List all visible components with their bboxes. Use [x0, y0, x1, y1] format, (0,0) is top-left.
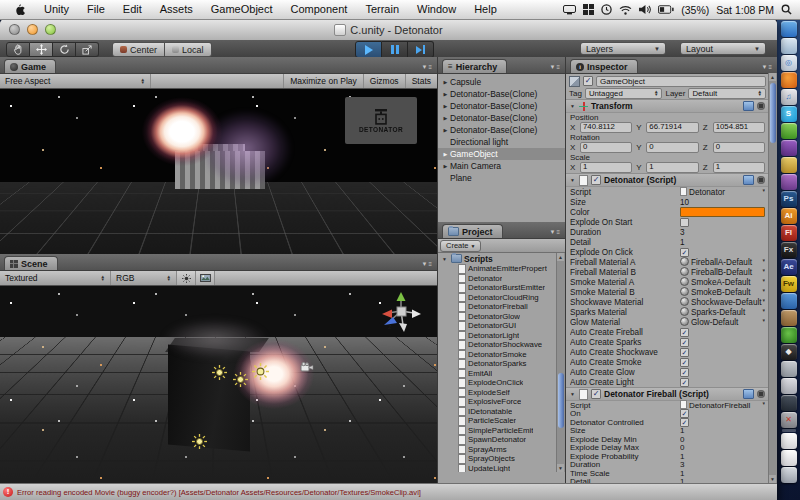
scroll-up-arrow[interactable]: ▲ [557, 253, 564, 261]
help-book-icon[interactable] [743, 101, 754, 111]
layout-dropdown[interactable]: Layout▼ [680, 42, 766, 55]
dock-icon[interactable] [781, 72, 797, 88]
menubar-clock[interactable]: Sat 1:08 PM [716, 4, 774, 16]
property-value[interactable] [680, 358, 765, 367]
component-enabled-checkbox[interactable]: ✓ [591, 389, 601, 399]
property-value[interactable]: Detonator [680, 187, 765, 197]
dock-icon[interactable] [781, 310, 797, 326]
hierarchy-item[interactable]: Detonator-Base(Clone) [438, 88, 565, 100]
project-script-item[interactable]: DetonatorLight [438, 331, 565, 341]
hierarchy-item[interactable]: Detonator-Base(Clone) [438, 124, 565, 136]
menu-item[interactable]: Edit [114, 0, 151, 19]
play-button[interactable] [355, 41, 382, 58]
property-value[interactable]: 3 [680, 228, 765, 237]
menu-item[interactable]: Help [465, 0, 506, 19]
maximize-on-play-button[interactable]: Maximize on Play [283, 74, 363, 88]
panel-menu-icon[interactable]: ▼≡ [422, 261, 437, 270]
stats-button[interactable]: Stats [405, 74, 437, 88]
scene-orientation-gizmo[interactable]: z [378, 291, 424, 333]
property-value[interactable]: SmokeB-Default [680, 287, 765, 297]
property-value[interactable]: Shockwave-Default [680, 297, 765, 307]
project-script-item[interactable]: SpawnDetonator [438, 435, 565, 445]
gameobject-name-field[interactable]: GameObject [596, 76, 766, 87]
hierarchy-item[interactable]: Capsule [438, 76, 565, 88]
panel-menu-icon[interactable]: ▼≡ [762, 64, 777, 73]
scale-z-field[interactable]: 1 [713, 162, 765, 173]
project-script-item[interactable]: DetonatorSmoke [438, 350, 565, 360]
dock-icon[interactable] [781, 327, 797, 343]
project-script-item[interactable]: ExplosiveForce [438, 397, 565, 407]
property-value[interactable] [680, 207, 765, 217]
menu-item[interactable]: GameObject [202, 0, 282, 19]
dock-icon[interactable] [781, 378, 797, 394]
axis-cone[interactable] [399, 323, 407, 332]
panel-menu-icon[interactable]: ▼≡ [550, 64, 565, 73]
render-channel-dropdown[interactable]: RGB ▲▼ [111, 271, 177, 285]
scale-tool-button[interactable] [76, 42, 99, 57]
project-script-item[interactable]: AnimateEmitterPropert [438, 264, 565, 274]
project-script-item[interactable]: Detonator [438, 274, 565, 284]
center-button[interactable]: Center [112, 42, 165, 57]
light-gizmo-icon[interactable] [192, 434, 207, 449]
gear-icon[interactable] [757, 390, 765, 398]
time-machine-menu-icon[interactable] [601, 4, 612, 15]
gizmos-button[interactable]: Gizmos [363, 74, 405, 88]
project-script-item[interactable]: ExplodeOnClick [438, 378, 565, 388]
rotate-tool-button[interactable] [53, 42, 76, 57]
create-button[interactable]: Create ▼ [440, 240, 481, 252]
wifi-menu-icon[interactable] [619, 5, 632, 15]
menu-item[interactable]: Terrain [356, 0, 408, 19]
inspector-scrollbar[interactable]: ▲ ▼ [768, 73, 777, 483]
menu-item[interactable]: Assets [151, 0, 202, 19]
project-script-item[interactable]: SimpleParticleEmit [438, 426, 565, 436]
property-value[interactable] [680, 338, 765, 347]
tab-project[interactable]: Project [442, 224, 503, 238]
dock-icon[interactable] [781, 21, 797, 37]
camera-gizmo-icon[interactable] [300, 362, 314, 373]
dock-icon[interactable]: Fw [781, 276, 797, 292]
tab-scene[interactable]: Scene [4, 256, 58, 270]
project-script-item[interactable]: UpdateLight [438, 464, 565, 473]
dock-icon[interactable]: Fl [781, 225, 797, 241]
tab-game[interactable]: Game [4, 59, 56, 73]
foldout-arrow-icon[interactable] [441, 151, 450, 157]
status-bar[interactable]: ! Error reading encoded Movie (buggy enc… [0, 483, 777, 500]
game-view[interactable]: DETONATOR [0, 89, 437, 254]
scrollbar-thumb[interactable] [770, 83, 776, 143]
hierarchy-item[interactable]: Detonator-Base(Clone) [438, 112, 565, 124]
scrollbar-thumb[interactable] [558, 373, 564, 428]
dock-icon[interactable] [781, 174, 797, 190]
project-script-item[interactable]: SprayArms [438, 445, 565, 455]
dock-icon[interactable] [781, 140, 797, 156]
foldout-open-icon[interactable]: ▼ [570, 391, 576, 397]
foldout-open-icon[interactable]: ▼ [442, 256, 449, 262]
detonator-fireball-script-header[interactable]: ▼ ✓ Detonator Fireball (Script) [566, 387, 769, 401]
dock-icon[interactable]: Fx [781, 242, 797, 258]
scale-x-field[interactable]: 1 [580, 162, 632, 173]
property-value[interactable] [680, 368, 765, 377]
step-button[interactable] [408, 41, 434, 58]
battery-menu-icon[interactable] [658, 5, 674, 14]
dock-icon[interactable] [781, 361, 797, 377]
hierarchy-item[interactable]: Plane [438, 172, 565, 184]
dock-icon[interactable] [781, 450, 797, 466]
dock-icon[interactable] [781, 467, 797, 483]
property-value[interactable]: FireballA-Default [680, 257, 765, 267]
draw-mode-dropdown[interactable]: Textured ▲▼ [0, 271, 111, 285]
detonator-gui-button[interactable]: DETONATOR [345, 97, 417, 144]
property-value[interactable]: 1 [680, 238, 765, 247]
scene-view[interactable]: z [0, 286, 437, 487]
property-value[interactable] [680, 248, 765, 257]
rotation-x-field[interactable]: 0 [580, 142, 632, 153]
foldout-open-icon[interactable]: ▼ [570, 103, 576, 109]
project-script-item[interactable]: DetonatorCloudRing [438, 293, 565, 303]
window-titlebar[interactable]: C.unity - Detonator [0, 19, 777, 41]
project-scrollbar[interactable]: ▲ ▼ [556, 253, 565, 472]
gear-icon[interactable] [757, 176, 765, 184]
volume-menu-icon[interactable] [639, 4, 651, 15]
property-value[interactable]: FireballB-Default [680, 267, 765, 277]
foldout-arrow-icon[interactable] [441, 127, 450, 133]
aspect-dropdown[interactable]: Free Aspect ▲▼ [0, 74, 151, 88]
pause-button[interactable] [382, 41, 408, 58]
axis-cone[interactable] [412, 310, 421, 319]
